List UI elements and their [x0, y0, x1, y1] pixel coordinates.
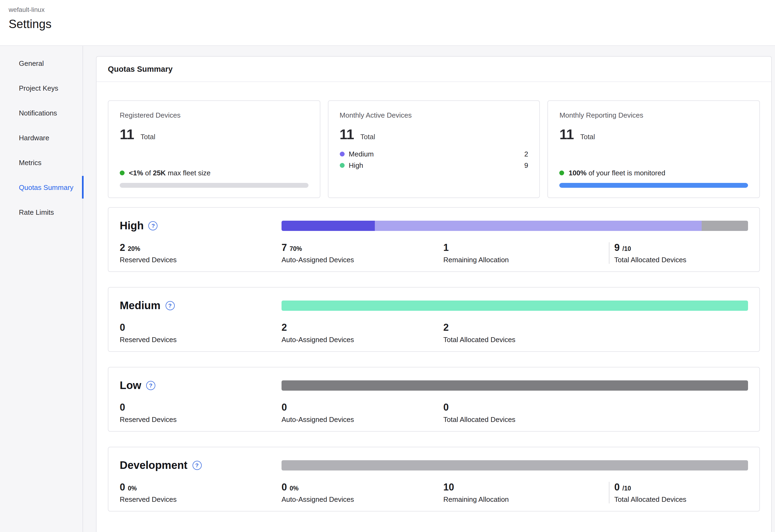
- stat-reserved-devices: 0Reserved Devices: [120, 322, 281, 344]
- sidebar-item-project-keys[interactable]: Project Keys: [0, 75, 82, 100]
- stat-value: 0: [443, 402, 449, 413]
- app-root: wefault-linux Settings GeneralProject Ke…: [0, 0, 775, 532]
- sidebar-item-label: Quotas Summary: [19, 183, 73, 191]
- sidebar-item-general[interactable]: General: [0, 51, 82, 75]
- stat-value: 1: [443, 242, 449, 253]
- stat-value: 2: [443, 322, 449, 334]
- stat-reserved-devices: 0Reserved Devices: [120, 402, 281, 424]
- help-icon[interactable]: ?: [165, 301, 174, 310]
- stat-value-row: 00%: [281, 482, 443, 493]
- sidebar-item-label: Metrics: [19, 158, 42, 166]
- legend-count: 9: [524, 161, 528, 169]
- stat-value: 7: [281, 242, 287, 253]
- stat-label: Reserved Devices: [120, 256, 281, 264]
- summary-card-title: Registered Devices: [120, 111, 308, 119]
- device-count: 11: [120, 126, 134, 143]
- stat-value-row: 0: [443, 402, 609, 413]
- stat-sub: 0%: [289, 485, 298, 492]
- sidebar-item-label: Project Keys: [19, 84, 58, 92]
- quota-sections: High?220%Reserved Devices770%Auto-Assign…: [108, 207, 760, 512]
- quota-title: High?: [120, 219, 281, 232]
- sidebar-item-label: General: [19, 59, 44, 67]
- severity-legend: Medium2High9: [339, 148, 528, 171]
- breadcrumb[interactable]: wefault-linux: [9, 6, 766, 13]
- stat-label: Total Allocated Devices: [614, 495, 748, 503]
- stat-value-row: 2: [443, 322, 609, 334]
- stat-label: Reserved Devices: [120, 336, 281, 344]
- bar-segment-1: [281, 220, 375, 231]
- stat-label: Total Allocated Devices: [614, 256, 748, 264]
- stat-value-row: 0: [120, 322, 281, 334]
- note-segment: of your fleet is monitored: [587, 169, 665, 177]
- device-count: 11: [560, 126, 574, 143]
- stat-label: Reserved Devices: [120, 495, 281, 503]
- panel-body: Registered Devices11Total<1% of 25K max …: [96, 82, 771, 532]
- sidebar-item-metrics[interactable]: Metrics: [0, 150, 82, 175]
- stat-sub: /10: [622, 485, 631, 492]
- sidebar-item-rate-limits[interactable]: Rate Limits: [0, 200, 82, 224]
- stat-sub: 70%: [289, 245, 302, 252]
- sidebar-item-hardware[interactable]: Hardware: [0, 125, 82, 150]
- legend-row-high: High9: [339, 160, 528, 171]
- quota-card-low: Low?0Reserved Devices0Auto-Assigned Devi…: [108, 367, 760, 432]
- legend-count: 2: [524, 150, 528, 158]
- status-note-text: 100% of your fleet is monitored: [569, 169, 665, 177]
- help-icon[interactable]: ?: [146, 381, 155, 390]
- stat-value: 2: [120, 242, 125, 253]
- stat-label: Total Allocated Devices: [443, 416, 609, 424]
- quota-card-development: Development?00%Reserved Devices00%Auto-A…: [108, 447, 760, 512]
- device-count-label: Total: [580, 133, 595, 141]
- progress-track: [120, 183, 308, 188]
- quota-allocation-bar: [281, 380, 748, 390]
- quota-stats-row: 220%Reserved Devices770%Auto-Assigned De…: [120, 242, 748, 264]
- medium-dot: [339, 152, 344, 156]
- quota-card-top: Development?: [120, 454, 748, 476]
- sidebar-item-quotas-summary[interactable]: Quotas Summary: [0, 175, 82, 200]
- stat-value-row: 0/10: [614, 482, 748, 493]
- summary-card-title: Monthly Reporting Devices: [560, 111, 748, 119]
- stat-auto-assigned-devices: 2Auto-Assigned Devices: [281, 322, 443, 344]
- device-count-label: Total: [360, 133, 375, 141]
- quota-card-medium: Medium?0Reserved Devices2Auto-Assigned D…: [108, 287, 760, 352]
- stat-value-row: 770%: [281, 242, 443, 253]
- summary-cards-row: Registered Devices11Total<1% of 25K max …: [108, 100, 760, 198]
- sidebar: GeneralProject KeysNotificationsHardware…: [0, 46, 83, 532]
- bar-segment-3: [701, 220, 748, 231]
- summary-card-title: Monthly Active Devices: [339, 111, 528, 119]
- quota-card-top: High?: [120, 214, 748, 237]
- stat-auto-assigned-devices: 00%Auto-Assigned Devices: [281, 482, 443, 503]
- help-icon[interactable]: ?: [149, 221, 158, 230]
- bar-segment-1: [281, 380, 748, 390]
- sidebar-item-notifications[interactable]: Notifications: [0, 100, 82, 125]
- bar-segment-1: [281, 300, 748, 311]
- quota-name: Medium: [120, 299, 160, 312]
- stat-label: Reserved Devices: [120, 416, 281, 424]
- page-title: Settings: [9, 17, 766, 31]
- stat-label: Total Allocated Devices: [443, 336, 609, 344]
- stat-label: Auto-Assigned Devices: [281, 495, 443, 503]
- help-icon[interactable]: ?: [192, 461, 201, 470]
- stat-value-row: 2: [281, 322, 443, 334]
- stat-sub: /10: [622, 245, 631, 252]
- note-segment: max fleet size: [166, 169, 211, 177]
- stat-sub: 20%: [128, 245, 140, 252]
- stat-value: 0: [120, 322, 125, 334]
- quota-name: Low: [120, 379, 141, 392]
- legend-label: High: [349, 161, 363, 169]
- bar-segment-2: [375, 220, 701, 231]
- quota-card-top: Medium?: [120, 294, 748, 317]
- stat-value: 0: [281, 482, 287, 493]
- summary-card-monthly-active-devices: Monthly Active Devices11TotalMedium2High…: [327, 100, 540, 198]
- note-segment: 25K: [153, 169, 166, 177]
- stat-remaining-allocation: 10Remaining Allocation: [443, 482, 609, 503]
- sidebar-item-label: Rate Limits: [19, 208, 54, 216]
- note-segment: of: [143, 169, 153, 177]
- stat-label: Auto-Assigned Devices: [281, 256, 443, 264]
- topbar: wefault-linux Settings: [0, 0, 775, 45]
- status-note: <1% of 25K max fleet size: [120, 169, 308, 177]
- device-count: 11: [339, 126, 354, 143]
- stat-auto-assigned-devices: 770%Auto-Assigned Devices: [281, 242, 443, 264]
- device-count-row: 11Total: [560, 126, 748, 143]
- stat-value-row: 10: [443, 482, 609, 493]
- stat-total-allocated-devices: 9/10Total Allocated Devices: [609, 242, 748, 264]
